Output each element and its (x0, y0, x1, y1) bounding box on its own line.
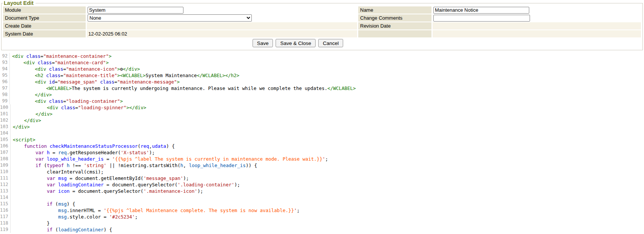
code-text (11, 130, 13, 136)
code-line[interactable]: 103</div> (0, 124, 644, 130)
code-line[interactable]: 94 <div class="maintenance-icon">⚙</div> (0, 66, 644, 72)
code-line[interactable]: 104 (0, 130, 644, 136)
line-number: 100 (0, 104, 11, 111)
line-number: 115 (0, 201, 11, 207)
create-date-value (87, 22, 357, 29)
code-text: function checkMaintenanceStatusProcessor… (11, 143, 175, 149)
line-number: 112 (0, 181, 11, 188)
line-number: 103 (0, 124, 11, 130)
line-number: 102 (0, 117, 11, 124)
code-text: clearInterval(cmsi); (11, 169, 104, 175)
code-text: <script> (11, 136, 35, 143)
code-line[interactable]: 116 msg.innerHTML = '{{%pjs ^label Maint… (0, 207, 644, 214)
code-line[interactable]: 92<div class="maintenance-container"> (0, 53, 644, 59)
code-line[interactable]: 105<script> (0, 136, 644, 143)
layout-edit-screen: Layout Edit Module Name Document Type No… (0, 0, 644, 234)
code-line[interactable]: 118 } (0, 220, 644, 226)
code-text: <div class="maintenance-card"> (10, 59, 109, 66)
create-date-label: Create Date (3, 22, 86, 29)
line-number: 104 (0, 130, 11, 136)
system-date-label: System Date (3, 30, 86, 37)
button-row: Save Save & Close Cancel (3, 37, 593, 49)
code-text: <WCLABEL>The system is currently undergo… (10, 85, 356, 91)
save-and-close-button[interactable]: Save & Close (276, 39, 316, 47)
code-text: <div class="loading-spinner"></div> (11, 104, 146, 111)
code-line[interactable]: 110 clearInterval(cmsi); (0, 169, 644, 175)
code-text: </div> (11, 111, 52, 117)
code-text: var loadingContainer = document.querySel… (11, 181, 240, 188)
page-title: Layout Edit (3, 0, 35, 6)
change-comments-label: Change Comments (358, 14, 431, 22)
line-number: 119 (0, 226, 11, 233)
line-number: 105 (0, 136, 11, 143)
code-line[interactable]: 114 (0, 194, 644, 201)
code-text: var icon = document.querySelector('.main… (11, 188, 203, 194)
name-cell (433, 6, 641, 14)
code-line[interactable]: 117 msg.style.color = '#2c5234'; (0, 214, 644, 220)
line-number: 108 (0, 156, 11, 162)
cancel-button[interactable]: Cancel (318, 39, 343, 47)
code-text: msg.style.color = '#2c5234'; (11, 214, 138, 220)
code-text: </div> (10, 91, 52, 98)
code-line[interactable]: 115 if (msg) { (0, 201, 644, 207)
code-line[interactable]: 108 var loop_while_header_is = '{{%pjs ^… (0, 156, 644, 162)
name-label: Name (358, 6, 431, 14)
code-text: } (11, 220, 50, 226)
code-line[interactable]: 100 <div class="loading-spinner"></div> (0, 104, 644, 111)
line-number: 98 (0, 91, 10, 98)
code-line[interactable]: 97 <WCLABEL>The system is currently unde… (0, 85, 644, 91)
code-line[interactable]: 96 <div id="message_span" class="mainten… (0, 79, 644, 85)
line-number: 116 (0, 207, 11, 214)
line-number: 106 (0, 143, 11, 149)
document-type-select[interactable]: None (88, 14, 252, 22)
code-text: <div class="maintenance-container"> (10, 53, 111, 59)
code-line[interactable]: 106 function checkMaintenanceStatusProce… (0, 143, 644, 149)
line-number: 114 (0, 194, 11, 201)
code-line[interactable]: 101 </div> (0, 111, 644, 117)
code-editor[interactable]: 92<div class="maintenance-container">93 … (0, 51, 644, 233)
form-grid: Module Name Document Type None Change Co… (3, 6, 641, 37)
code-line[interactable]: 109 if (typeof h !== 'string' || !miestr… (0, 162, 644, 169)
line-number: 107 (0, 149, 11, 156)
code-text: </div> (11, 117, 41, 124)
code-line[interactable]: 119 if (loadingContainer) { (0, 226, 644, 233)
code-line[interactable]: 113 var icon = document.querySelector('.… (0, 188, 644, 194)
line-number: 97 (0, 85, 10, 91)
code-text: <div id="message_span" class="maintenanc… (10, 79, 180, 85)
change-comments-input[interactable] (433, 15, 530, 22)
code-line[interactable]: 98 </div> (0, 91, 644, 98)
code-text (11, 194, 13, 201)
line-number: 113 (0, 188, 11, 194)
system-date-value: 12-02-2025 06:02 (87, 30, 357, 37)
code-text: msg.innerHTML = '{{%pjs ^label Maintenan… (11, 207, 300, 214)
line-number: 111 (0, 175, 11, 181)
line-number: 99 (0, 98, 10, 104)
code-text: </div> (11, 124, 30, 130)
module-label: Module (3, 6, 86, 14)
line-number: 110 (0, 169, 11, 175)
line-number: 101 (0, 111, 11, 117)
code-text: if (loadingContainer) { (11, 226, 112, 233)
code-text: <h2 class="maintenance-title"><WCLABEL>S… (10, 72, 239, 79)
module-input[interactable] (88, 7, 183, 14)
code-line[interactable]: 112 var loadingContainer = document.quer… (0, 181, 644, 188)
document-type-label: Document Type (3, 14, 86, 22)
code-line[interactable]: 102 </div> (0, 117, 644, 124)
code-line[interactable]: 99 <div class="loading-container"> (0, 98, 644, 104)
code-line[interactable]: 111 var msg = document.getElementById('m… (0, 175, 644, 181)
empty-value-cell (433, 30, 641, 37)
code-text: <div class="maintenance-icon">⚙</div> (10, 66, 140, 72)
name-input[interactable] (433, 7, 529, 14)
code-line[interactable]: 107 var h = req.getResponseHeader('X-sta… (0, 149, 644, 156)
save-button[interactable]: Save (253, 39, 273, 47)
line-number: 93 (0, 59, 10, 66)
line-number: 94 (0, 66, 10, 72)
line-number: 117 (0, 214, 11, 220)
code-line[interactable]: 93 <div class="maintenance-card"> (0, 59, 644, 66)
code-text: var h = req.getResponseHeader('X-status'… (11, 149, 155, 156)
empty-label-cell (358, 30, 431, 37)
line-number: 118 (0, 220, 11, 226)
code-line[interactable]: 95 <h2 class="maintenance-title"><WCLABE… (0, 72, 644, 79)
change-comments-cell (433, 14, 641, 22)
line-number: 95 (0, 72, 10, 79)
